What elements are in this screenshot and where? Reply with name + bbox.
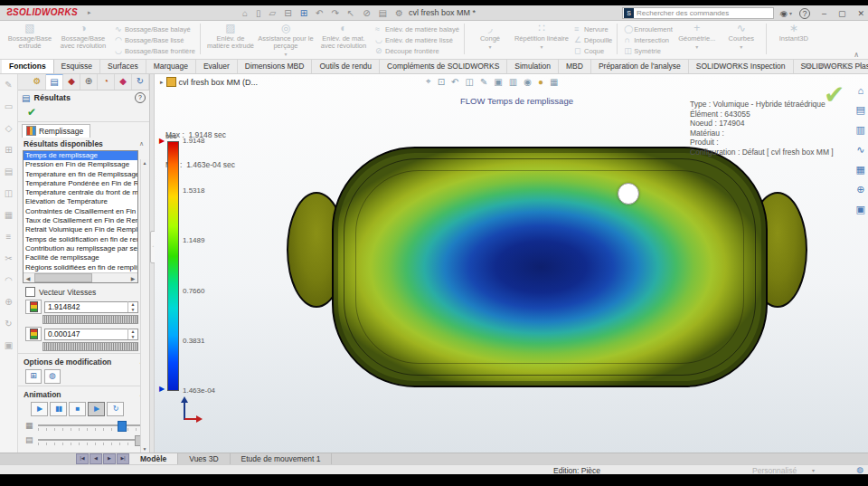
hide-show-icon[interactable]: ◉ [524, 77, 532, 87]
scroll-left-icon[interactable]: ◀ [24, 275, 33, 281]
instant3d-button[interactable]: ∗Instant3D [771, 23, 816, 43]
cut-sweep-button[interactable]: ≈Enlèv. de matière balayé [375, 24, 459, 34]
command-tab[interactable]: Evaluer [196, 60, 238, 73]
home-icon[interactable]: ⌂ [242, 6, 248, 20]
injection-point-marker[interactable] [618, 183, 639, 205]
isosurface-button[interactable]: ◍ [44, 369, 61, 384]
result-list-item[interactable]: Contribution au remplissage par seuil [24, 244, 137, 253]
play-from-start-button[interactable]: ▶ [88, 402, 105, 416]
mesh-tool-icon[interactable]: ⊞ [5, 145, 12, 155]
cut-loft-button[interactable]: ◡Enlèv. de matière lissé [375, 34, 459, 45]
doc-close-icon[interactable]: ✕ [856, 62, 863, 70]
appearance-icon[interactable]: ● [538, 77, 543, 87]
scrollbar-thumb[interactable] [34, 273, 92, 282]
clipping-plane-button[interactable]: ⊞ [25, 369, 42, 384]
spinner-arrows-icon[interactable]: ▲▼ [127, 329, 137, 339]
mirror-tool-icon[interactable]: ◫ [5, 188, 13, 198]
trim-tool-icon[interactable]: ✂ [5, 253, 12, 263]
arc-tool-icon[interactable]: ◠ [5, 275, 13, 285]
command-search-input[interactable]: S Rechercher des commandes [622, 7, 774, 19]
flyout-feature-tree[interactable]: ▸ cvl fresh box MM (D... [160, 77, 258, 87]
boss-loft-button[interactable]: ◠Bossage/Base lissé [115, 34, 195, 45]
result-list-item[interactable]: Taux de Cisaillement en Fin de Remplissa [24, 216, 137, 225]
doc-tab[interactable]: Vues 3D [178, 453, 230, 464]
plane-tool-icon[interactable]: ▭ [5, 101, 13, 111]
hole-wizard-button[interactable]: ◎Assistance pour le perçage▾ [258, 23, 314, 57]
minimize-button[interactable]: – [822, 9, 826, 18]
display-tool-icon[interactable]: ▣ [5, 340, 13, 350]
fillet-button[interactable]: ◞Congé▾ [469, 23, 511, 50]
doc-restore-icon[interactable]: ▢ [843, 62, 850, 70]
probe-tool-icon[interactable]: ⊕ [5, 297, 12, 307]
result-list-item[interactable]: Temps de solidification en fin de rempli… [24, 235, 137, 244]
frame-slider-thumb[interactable] [118, 421, 127, 432]
command-tab[interactable]: Simulation [507, 60, 559, 73]
result-list-item[interactable]: Retrait Volumique en Fin de Remplissage [24, 225, 137, 234]
layers-tool-icon[interactable]: ▤ [5, 167, 13, 176]
rib-button[interactable]: ≡Nervure [574, 24, 612, 34]
boss-sweep-button[interactable]: ∿Bossage/Base balayé [115, 24, 195, 34]
section-view-icon[interactable]: ◫ [465, 77, 473, 87]
boss-extrude-button[interactable]: ▧Bossage/Base extrudé [6, 23, 53, 50]
cut-extrude-button[interactable]: ▨Enlèv. de matière extrudé [205, 23, 256, 50]
result-list-item[interactable]: Température centrale du front de matièr [24, 188, 137, 197]
curves-button[interactable]: ∿Courbes▾ [722, 23, 761, 50]
result-list-item[interactable]: Elévation de Température [24, 197, 137, 206]
command-tab[interactable]: Outils de rendu [312, 60, 380, 73]
ok-check-icon[interactable]: ✔ [18, 105, 149, 119]
clipping-icon[interactable]: ▤ [856, 104, 865, 116]
display-style-icon[interactable]: ▥ [509, 77, 517, 87]
select-icon[interactable]: ↖ [347, 6, 354, 20]
command-tab[interactable]: Fonctions [2, 60, 54, 73]
view-orientation-icon[interactable]: ▣ [494, 77, 502, 87]
command-tab[interactable]: Dimensions MBD [238, 60, 313, 73]
command-tab[interactable]: Compléments de SOLIDWORKS [380, 60, 507, 73]
reference-geometry-button[interactable]: +Géométrie...▾ [675, 23, 720, 50]
zoom-area-icon[interactable]: ⊡ [438, 77, 445, 87]
doc-tab[interactable]: Modèle [129, 453, 178, 464]
frame-slider[interactable] [38, 424, 140, 426]
command-tab[interactable]: Surfaces [100, 60, 146, 73]
command-tab[interactable]: Marquage [146, 60, 196, 73]
options-icon[interactable]: ⚙ [395, 6, 403, 20]
globe-icon[interactable]: ◍ [856, 465, 863, 474]
list-tool-icon[interactable]: ≡ [6, 232, 12, 242]
command-tab[interactable]: SOLIDWORKS Inspection [689, 60, 794, 73]
horizontal-scrollbar[interactable]: ◀ ▶ [24, 272, 137, 282]
loop-button[interactable]: ↻ [107, 402, 124, 416]
delete-icon[interactable]: ⊘ [363, 6, 370, 20]
pause-button[interactable]: ▮▮ [50, 402, 67, 416]
command-tab[interactable]: Préparation de l'analyse [591, 60, 689, 73]
tree-expand-icon[interactable]: ▸ [160, 79, 164, 86]
isosurface-icon[interactable]: ▦ [856, 164, 865, 176]
material-tab-icon[interactable]: ◔ [98, 74, 115, 90]
help-icon[interactable]: ? [799, 8, 810, 19]
undo-icon[interactable]: ↶ [316, 6, 323, 20]
scroll-up-icon[interactable]: ▲ [141, 160, 148, 166]
speed-slider[interactable] [38, 439, 140, 441]
result-list-item[interactable]: Temps de remplissage [24, 151, 137, 160]
command-tab[interactable]: Esquisse [54, 60, 101, 73]
viewport-split-icon[interactable]: ⊟ [805, 62, 811, 70]
home-view-icon[interactable]: ⌂ [857, 85, 863, 96]
panel-vertical-scrollbar[interactable]: ▲ ▼ [140, 159, 149, 453]
boundary-tab-icon[interactable]: ◆ [63, 74, 80, 90]
viewport-quad-icon[interactable]: ⊞ [818, 62, 825, 70]
first-tab-icon[interactable]: |◀ [76, 453, 89, 464]
intersect-button[interactable]: ∩Intersection [624, 34, 673, 45]
cut-boundary-button[interactable]: ⊘Découpe frontière [375, 45, 459, 56]
probe-icon[interactable]: ⊕ [856, 184, 864, 195]
redo-icon[interactable]: ↷ [331, 6, 338, 20]
ribbon-collapse-icon[interactable]: ∧ [854, 51, 859, 59]
play-button[interactable]: ▶ [31, 402, 48, 416]
save-icon[interactable]: ⊟ [284, 6, 291, 20]
results-tab-icon[interactable]: ▤ [46, 74, 63, 90]
result-list-item[interactable]: Contraintes de Cisaillement en Fin de Re [24, 207, 137, 216]
mesh-tab-icon[interactable]: ⊕ [80, 74, 98, 90]
domain-tool-icon[interactable]: ◇ [5, 123, 13, 133]
view-settings-icon[interactable]: ▦ [550, 77, 558, 87]
result-list-item[interactable]: Pression en Fin de Remplissage [24, 160, 137, 169]
wrap-button[interactable]: ◯Enroulement [624, 24, 673, 34]
doc-tab[interactable]: Etude de mouvement 1 [231, 453, 333, 464]
result-list-item[interactable]: Température en fin de Remplissage [24, 170, 137, 179]
